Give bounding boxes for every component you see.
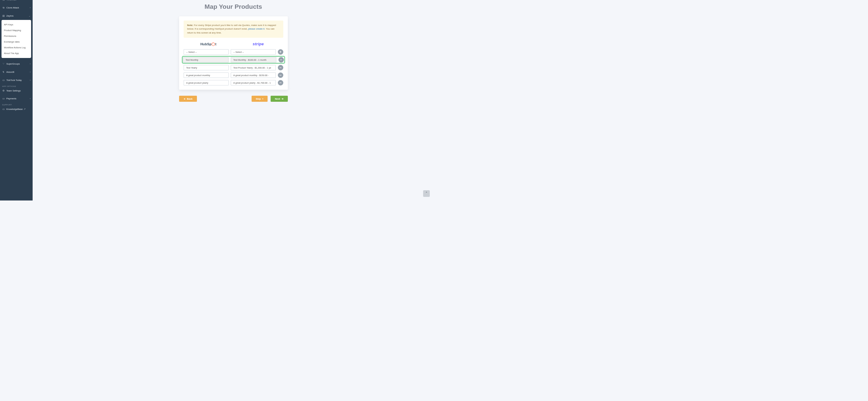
sidebar-sub-exchange-rates[interactable]: Exchange rates [1, 39, 31, 45]
sidebar-item-label: Team Settings [6, 89, 21, 92]
grid-icon: ▤ [2, 14, 5, 17]
sidebar-item-label: Zaybra [6, 14, 13, 17]
sidebar-item-label: Clone Attack [6, 6, 19, 9]
hubspot-select[interactable]: A great product monthly [184, 72, 229, 78]
remove-row-button[interactable]: − [278, 80, 283, 86]
mapping-card: Note: For every Stripe product you'd lik… [179, 16, 288, 90]
stripe-select[interactable]: Test Product Yearly - $1,200.00 - 1 ye [231, 65, 276, 70]
sidebar-item-label: SuperGroups [6, 62, 20, 65]
remove-row-button[interactable]: − [278, 57, 284, 62]
chevron-right-icon: › [30, 63, 31, 65]
sidebar-item-label: KnowledgeBase [6, 108, 23, 111]
external-link-icon: ↗ [24, 108, 26, 111]
back-button[interactable]: ◄ Back [179, 96, 197, 102]
sidebar-item-zaybra[interactable]: ▤ Zaybra ⌄ [0, 12, 33, 20]
add-row-button[interactable]: + [278, 49, 283, 55]
sidebar-item-label: Payments [6, 97, 16, 100]
sidebar: △ TimerMan › ⧉ Clone Attack › ▤ Zaybra ⌄… [0, 0, 33, 201]
create-product-link[interactable]: please create it [248, 28, 265, 30]
stripe-select[interactable]: A great product yearly - $1,700.00 - 1 [231, 80, 276, 86]
hubspot-select[interactable]: A great product yearly [184, 80, 229, 86]
page-title: Map Your Products [33, 3, 434, 10]
sidebar-item-knowledgebase[interactable]: ▭ KnowledgeBase ↗ [0, 107, 33, 113]
sidebar-item-label: TimerMan [6, 0, 16, 1]
remove-row-button[interactable]: − [278, 72, 283, 78]
groups-icon: ∵ [2, 62, 5, 65]
fast-forward-icon: » [262, 97, 264, 100]
chevron-up-icon: ˄ [426, 191, 427, 196]
mapping-row: Test Yearly Test Product Yearly - $1,200… [184, 65, 283, 70]
sidebar-item-timerman[interactable]: △ TimerMan › [0, 0, 33, 4]
chevron-right-icon: › [30, 97, 31, 100]
hubspot-logo: HubSp⬡t [184, 40, 234, 48]
section-app-options: APP OPTIONS [0, 84, 33, 89]
mapping-row: Test Monthly Test Monthly - $100.00 - 1 … [183, 57, 284, 63]
section-support: SUPPORT [0, 103, 33, 107]
sidebar-item-payments[interactable]: ▭ Payments › [0, 94, 33, 103]
card-icon: ▭ [2, 97, 5, 100]
next-label: Next [275, 97, 280, 100]
sidebar-item-label: TickTock Today [6, 79, 22, 82]
clone-icon: ⧉ [2, 6, 5, 9]
associ8-icon: ↯ [2, 71, 5, 73]
stripe-select[interactable]: A great product monthly - $150.00 - [231, 72, 276, 78]
chevron-right-icon: › [30, 7, 31, 9]
sidebar-item-team-settings[interactable]: ⚙ Team Settings [0, 89, 33, 94]
sidebar-sub-permissions[interactable]: Permissions [1, 33, 31, 39]
arrow-left-icon: ◄ [183, 97, 186, 100]
gear-icon: ⚙ [2, 89, 5, 92]
mapping-row: A great product monthly A great product … [184, 72, 283, 78]
stripe-select[interactable]: Test Monthly - $100.00 - 1 month [231, 57, 276, 62]
sidebar-sub-panel: API Keys Product Mapping Permissions Exc… [1, 20, 31, 58]
book-icon: ▭ [2, 108, 5, 111]
next-button[interactable]: Next ➜ [271, 96, 287, 102]
calendar-icon: ▭ [2, 79, 5, 82]
hubspot-select[interactable]: Test Yearly [184, 65, 229, 70]
triangle-icon: △ [2, 0, 5, 1]
info-note: Note: For every Stripe product you'd lik… [184, 21, 283, 38]
mapping-row: A great product yearly A great product y… [184, 80, 283, 86]
wizard-actions: ◄ Back Skip » Next ➜ [179, 96, 288, 102]
sidebar-sub-workflow-log[interactable]: Workflow Actions Log [1, 45, 31, 51]
sidebar-item-label: Associ8 [6, 71, 14, 73]
chevron-right-icon: › [30, 79, 31, 81]
sidebar-sub-product-mapping[interactable]: Product Mapping [1, 28, 31, 33]
column-logos: HubSp⬡t stripe [184, 40, 283, 48]
back-label: Back [187, 97, 192, 100]
sidebar-sub-api-keys[interactable]: API Keys [1, 22, 31, 28]
hubspot-select[interactable]: -- Select -- [184, 49, 229, 55]
remove-row-button[interactable]: − [278, 65, 283, 70]
sidebar-item-associ8[interactable]: ↯ Associ8 › [0, 68, 33, 76]
chevron-down-icon: ⌄ [29, 15, 31, 17]
stripe-logo: stripe [234, 40, 283, 48]
sidebar-sub-about[interactable]: About The App [1, 51, 31, 56]
chevron-right-icon: › [30, 0, 31, 1]
note-label: Note: [187, 24, 193, 27]
scroll-to-top-button[interactable]: ˄ [423, 190, 430, 197]
skip-button[interactable]: Skip » [252, 96, 268, 102]
hubspot-select[interactable]: Test Monthly [183, 57, 229, 62]
sidebar-item-clone-attack[interactable]: ⧉ Clone Attack › [0, 4, 33, 12]
skip-label: Skip [256, 97, 261, 100]
main-content: Map Your Products Note: For every Stripe… [33, 0, 434, 201]
chevron-right-icon: › [30, 71, 31, 73]
sidebar-item-ticktock[interactable]: ▭ TickTock Today › [0, 76, 33, 84]
mapping-row: -- Select -- -- Select -- + [184, 49, 283, 55]
stripe-select[interactable]: -- Select -- [231, 49, 276, 55]
arrow-right-circle-icon: ➜ [281, 97, 284, 100]
sidebar-item-supergroups[interactable]: ∵ SuperGroups › [0, 60, 33, 68]
